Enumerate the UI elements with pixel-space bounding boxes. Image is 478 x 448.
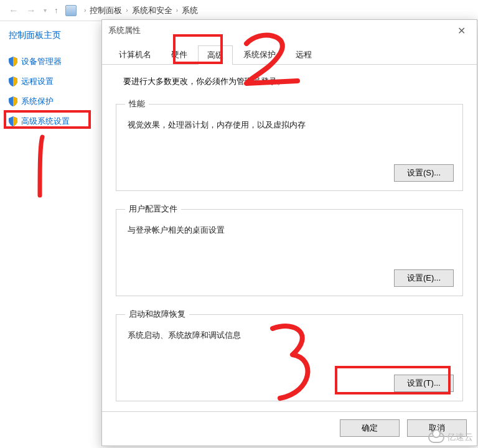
admin-note: 要进行大多数更改，你必须作为管理员登录。 — [123, 76, 463, 87]
sidebar-item-advanced-system-settings[interactable]: 高级系统设置 — [9, 113, 97, 129]
performance-settings-button[interactable]: 设置(S)... — [394, 164, 454, 182]
shield-icon — [9, 77, 17, 86]
startup-recovery-group: 启动和故障恢复 系统启动、系统故障和调试信息 设置(T)... — [116, 309, 463, 401]
dialog-footer: 确定 取消 — [102, 411, 477, 446]
shield-icon — [9, 116, 17, 126]
tab-advanced[interactable]: 高级 — [198, 45, 233, 65]
sidebar-item-label: 远程设置 — [21, 76, 54, 87]
cloud-icon — [428, 432, 444, 443]
sidebar-item-device-manager[interactable]: 设备管理器 — [9, 54, 97, 70]
chevron-down-icon[interactable]: ▾ — [40, 7, 50, 14]
tab-system-protection[interactable]: 系统保护 — [234, 45, 285, 64]
forward-arrow-icon: → — [22, 5, 40, 16]
breadcrumb-system[interactable]: 系统 — [182, 5, 198, 16]
breadcrumb-system-security[interactable]: 系统和安全 — [132, 5, 172, 16]
close-icon[interactable]: ✕ — [452, 24, 471, 38]
user-profiles-group: 用户配置文件 与登录帐户相关的桌面设置 设置(E)... — [116, 203, 463, 296]
tabs: 计算机名 硬件 高级 系统保护 远程 — [102, 45, 477, 65]
dialog-body: 要进行大多数更改，你必须作为管理员登录。 性能 视觉效果，处理器计划，内存使用，… — [102, 65, 477, 411]
sidebar: 控制面板主页 设备管理器 远程设置 系统保护 高级系统设置 — [0, 21, 100, 448]
control-panel-home-link[interactable]: 控制面板主页 — [9, 30, 97, 41]
control-panel-icon — [65, 5, 77, 16]
user-profiles-settings-button[interactable]: 设置(E)... — [394, 269, 454, 287]
user-profiles-desc: 与登录帐户相关的桌面设置 — [128, 225, 454, 236]
performance-desc: 视觉效果，处理器计划，内存使用，以及虚拟内存 — [128, 119, 454, 131]
shield-icon — [9, 57, 17, 67]
chevron-right-icon: › — [176, 7, 178, 14]
sidebar-item-label: 系统保护 — [21, 96, 54, 107]
startup-recovery-desc: 系统启动、系统故障和调试信息 — [128, 330, 454, 341]
address-bar: ← → ▾ ↑ › 控制面板 › 系统和安全 › 系统 — [0, 0, 478, 21]
startup-recovery-settings-button[interactable]: 设置(T)... — [394, 375, 454, 392]
back-arrow-icon[interactable]: ← — [5, 5, 22, 16]
ok-button[interactable]: 确定 — [340, 419, 400, 437]
tab-remote[interactable]: 远程 — [286, 45, 321, 64]
performance-group: 性能 视觉效果，处理器计划，内存使用，以及虚拟内存 设置(S)... — [116, 98, 463, 191]
sidebar-item-remote-settings[interactable]: 远程设置 — [9, 73, 97, 90]
chevron-right-icon: › — [84, 7, 86, 14]
user-profiles-legend: 用户配置文件 — [125, 203, 181, 215]
dialog-titlebar[interactable]: 系统属性 ✕ — [102, 20, 477, 41]
up-arrow-icon[interactable]: ↑ — [50, 6, 62, 15]
system-properties-dialog: 系统属性 ✕ 计算机名 硬件 高级 系统保护 远程 要进行大多数更改，你必须作为… — [101, 19, 477, 446]
tab-hardware[interactable]: 硬件 — [162, 45, 197, 64]
startup-recovery-legend: 启动和故障恢复 — [125, 309, 189, 320]
tab-computer-name[interactable]: 计算机名 — [110, 45, 161, 64]
watermark: 亿速云 — [428, 432, 473, 443]
sidebar-item-label: 高级系统设置 — [21, 116, 70, 127]
watermark-text: 亿速云 — [447, 432, 473, 443]
chevron-right-icon: › — [126, 7, 128, 14]
sidebar-item-system-protection[interactable]: 系统保护 — [9, 93, 97, 110]
shield-icon — [9, 96, 17, 106]
sidebar-item-label: 设备管理器 — [21, 56, 62, 67]
dialog-title: 系统属性 — [108, 25, 452, 36]
breadcrumb-control-panel[interactable]: 控制面板 — [90, 5, 122, 16]
performance-legend: 性能 — [125, 98, 149, 110]
